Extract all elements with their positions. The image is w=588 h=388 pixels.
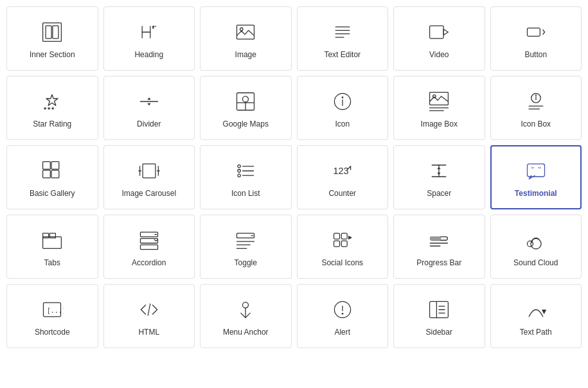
svg-marker-101 xyxy=(542,310,546,314)
accordion-icon xyxy=(136,227,162,253)
widget-menu-anchor[interactable]: Menu Anchor xyxy=(200,284,292,348)
widget-counter[interactable]: 123Counter xyxy=(297,145,389,209)
tabs-label: Tabs xyxy=(44,258,60,269)
widget-image-carousel[interactable]: Image Carousel xyxy=(103,145,195,209)
widget-shortcode[interactable]: [...]Shortcode xyxy=(6,284,98,348)
svg-rect-79 xyxy=(334,241,339,247)
widget-icon-list[interactable]: Icon List xyxy=(200,145,292,209)
image-carousel-icon xyxy=(136,158,162,184)
svg-rect-41 xyxy=(143,164,156,178)
sound-cloud-label: Sound Cloud xyxy=(513,258,558,269)
image-icon xyxy=(233,19,258,45)
shortcode-icon: [...] xyxy=(39,297,65,322)
svg-point-34 xyxy=(535,94,537,96)
svg-text:★★★: ★★★ xyxy=(43,105,55,111)
svg-rect-68 xyxy=(140,239,157,243)
widget-image[interactable]: Image xyxy=(200,6,292,71)
testimonial-label: Testimonial xyxy=(515,189,557,199)
widget-html[interactable]: HTML xyxy=(103,284,195,348)
svg-rect-71 xyxy=(140,245,157,249)
svg-marker-20 xyxy=(147,98,150,100)
widget-heading[interactable]: Heading xyxy=(103,6,195,71)
html-label: HTML xyxy=(138,328,159,338)
widget-image-box[interactable]: Image Box xyxy=(393,76,485,140)
svg-rect-1 xyxy=(46,26,51,39)
button-icon xyxy=(523,19,549,45)
icon-list-label: Icon List xyxy=(231,189,260,199)
widget-text-editor[interactable]: Text Editor xyxy=(297,6,389,71)
svg-line-90 xyxy=(148,304,150,315)
widget-google-maps[interactable]: Google Maps xyxy=(200,76,292,140)
counter-label: Counter xyxy=(328,189,356,199)
text-editor-icon xyxy=(330,19,355,45)
svg-rect-39 xyxy=(43,170,51,178)
widget-basic-gallery[interactable]: Basic Gallery xyxy=(6,145,98,209)
image-label: Image xyxy=(235,50,256,60)
svg-text:▶: ▶ xyxy=(348,234,353,240)
svg-rect-2 xyxy=(53,26,58,39)
counter-icon: 123 xyxy=(330,158,355,184)
svg-rect-40 xyxy=(51,170,59,178)
svg-point-87 xyxy=(527,241,533,247)
heading-label: Heading xyxy=(134,50,163,60)
widget-sidebar[interactable]: Sidebar xyxy=(393,284,485,348)
svg-marker-59 xyxy=(438,173,441,175)
text-editor-label: Text Editor xyxy=(324,50,361,60)
widget-accordion[interactable]: Accordion xyxy=(103,215,195,279)
alert-icon xyxy=(330,297,355,322)
toggle-icon xyxy=(233,227,258,253)
icon-box-icon xyxy=(523,89,549,114)
svg-rect-64 xyxy=(43,233,49,238)
button-label: Button xyxy=(524,50,547,60)
svg-point-95 xyxy=(341,313,343,315)
inner-section-label: Inner Section xyxy=(30,50,75,60)
widget-social-icons[interactable]: ▶Social Icons xyxy=(297,215,389,279)
testimonial-icon: "" xyxy=(523,158,549,184)
icon-list-icon xyxy=(233,158,258,184)
widget-button[interactable]: Button xyxy=(490,6,582,71)
widget-sound-cloud[interactable]: Sound Cloud xyxy=(490,215,582,279)
spacer-icon xyxy=(426,158,452,184)
star-rating-label: Star Rating xyxy=(33,119,71,130)
svg-point-46 xyxy=(238,165,241,168)
alert-label: Alert xyxy=(334,328,350,338)
widget-video[interactable]: Video xyxy=(393,6,485,71)
svg-rect-16 xyxy=(527,28,540,37)
widget-tabs[interactable]: Tabs xyxy=(6,215,98,279)
svg-rect-38 xyxy=(51,162,59,170)
svg-text:[...]: [...] xyxy=(47,308,64,315)
svg-text:": " xyxy=(538,165,540,173)
star-rating-icon: ★★★ xyxy=(39,89,65,114)
widget-icon[interactable]: Icon xyxy=(297,76,389,140)
widget-testimonial[interactable]: ""Testimonial xyxy=(490,145,582,209)
toggle-label: Toggle xyxy=(235,258,257,269)
basic-gallery-icon xyxy=(39,158,65,184)
widget-icon-box[interactable]: Icon Box xyxy=(490,76,582,140)
svg-rect-60 xyxy=(527,164,544,177)
svg-point-50 xyxy=(238,174,241,177)
icon-icon xyxy=(330,89,355,114)
widget-text-path[interactable]: Text Path xyxy=(490,284,582,348)
widget-grid: Inner SectionHeadingImageText EditorVide… xyxy=(6,6,582,348)
svg-point-91 xyxy=(243,303,249,308)
widget-inner-section[interactable]: Inner Section xyxy=(6,6,98,71)
widget-star-rating[interactable]: ★★★Star Rating xyxy=(6,76,98,140)
svg-rect-65 xyxy=(50,233,56,238)
svg-point-9 xyxy=(240,28,244,31)
widget-divider[interactable]: Divider xyxy=(103,76,195,140)
svg-rect-83 xyxy=(431,237,441,240)
svg-marker-17 xyxy=(46,94,58,105)
accordion-label: Accordion xyxy=(132,258,166,269)
inner-section-icon xyxy=(39,19,65,45)
widget-alert[interactable]: Alert xyxy=(297,284,389,348)
image-box-label: Image Box xyxy=(421,119,458,130)
spacer-label: Spacer xyxy=(427,189,451,199)
sidebar-icon xyxy=(426,297,452,322)
widget-toggle[interactable]: Toggle xyxy=(200,215,292,279)
widget-spacer[interactable]: Spacer xyxy=(393,145,485,209)
html-icon xyxy=(136,297,162,322)
widget-progress-bar[interactable]: Progress Bar xyxy=(393,215,485,279)
google-maps-icon xyxy=(233,89,258,114)
menu-anchor-label: Menu Anchor xyxy=(223,328,269,338)
menu-anchor-icon xyxy=(233,297,258,322)
